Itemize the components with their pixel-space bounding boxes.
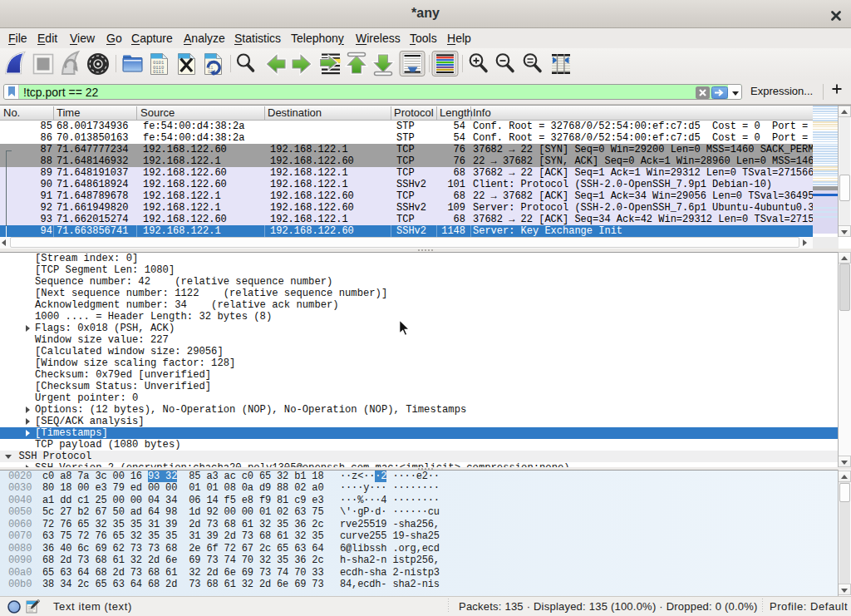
svg-text:0111: 0111 xyxy=(153,69,165,75)
